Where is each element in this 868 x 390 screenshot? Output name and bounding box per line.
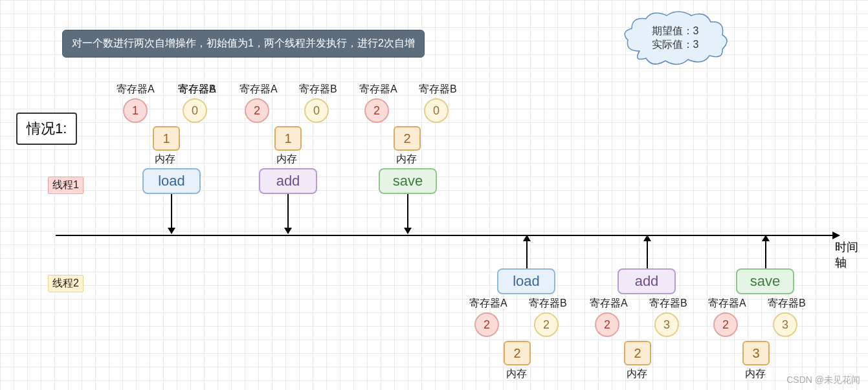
reg-a-circle: 2 — [595, 312, 619, 337]
memory-box: 1 — [153, 126, 180, 151]
reg-b-label: 寄存器B — [178, 83, 216, 96]
result-cloud: 期望值：3 实际值：3 — [620, 9, 730, 67]
reg-b-circle: 0 — [424, 98, 449, 123]
op-load-box: load — [142, 168, 201, 194]
reg-a-label: 寄存器A — [117, 83, 155, 96]
arrow-down-icon — [407, 194, 408, 228]
reg-b-label: 寄存器B — [299, 83, 337, 96]
reg-a-label: 寄存器A — [708, 297, 746, 310]
memory-box: 2 — [504, 341, 531, 365]
reg-a-circle: 2 — [713, 312, 738, 337]
memory-label: 内存 — [276, 153, 297, 166]
memory-label: 内存 — [627, 367, 647, 381]
actual-value: 实际值：3 — [652, 38, 699, 52]
reg-a-label: 寄存器A — [239, 83, 278, 96]
reg-a-circle: 1 — [123, 98, 148, 123]
memory-box: 1 — [274, 126, 302, 151]
reg-b-label: 寄存器B — [768, 297, 806, 310]
reg-b-circle: 3 — [773, 312, 797, 337]
op-add-box: add — [259, 168, 317, 194]
timeline-axis — [56, 235, 832, 236]
reg-b-circle: 2 — [534, 312, 559, 337]
reg-b-label: 寄存器B — [419, 83, 457, 96]
memory-label: 内存 — [396, 153, 417, 166]
arrow-up-icon — [765, 241, 766, 268]
reg-a-circle: 2 — [245, 98, 269, 123]
arrow-up-icon — [526, 241, 528, 268]
watermark-text: CSDN @未见花闻 — [786, 374, 860, 386]
reg-a-circle: 2 — [474, 312, 499, 337]
axis-label: 时间轴 — [835, 239, 868, 270]
case-label-box: 情况1: — [16, 113, 77, 145]
reg-a-label: 寄存器A — [359, 83, 397, 96]
reg-b-label: 寄存器B — [529, 297, 567, 310]
memory-box: 3 — [742, 341, 770, 365]
memory-box: 2 — [394, 126, 421, 151]
thread1-label: 线程1 — [48, 177, 83, 194]
op-save-box: save — [379, 168, 437, 194]
description-box: 对一个数进行两次自增操作，初始值为1，两个线程并发执行，进行2次自增 — [62, 30, 425, 58]
reg-b-circle: 3 — [654, 312, 679, 337]
reg-a-label: 寄存器A — [469, 297, 507, 310]
arrow-up-icon — [647, 241, 648, 268]
reg-a-label: 寄存器A — [590, 297, 628, 310]
reg-b-label: 寄存器B — [649, 297, 687, 310]
thread2-label: 线程2 — [48, 275, 83, 292]
reg-b-circle: 0 — [304, 98, 329, 123]
expected-value: 期望值：3 — [652, 25, 699, 38]
arrow-down-icon — [287, 194, 289, 228]
op-save-box: save — [736, 268, 794, 294]
memory-label: 内存 — [745, 367, 766, 381]
memory-label: 内存 — [155, 153, 175, 166]
arrow-down-icon — [171, 194, 172, 228]
reg-a-circle: 2 — [364, 98, 389, 123]
op-load-box: load — [497, 268, 555, 294]
op-add-box: add — [618, 268, 676, 294]
reg-b-circle: 0 — [183, 98, 207, 123]
memory-box: 2 — [624, 341, 651, 365]
memory-label: 内存 — [506, 367, 527, 381]
